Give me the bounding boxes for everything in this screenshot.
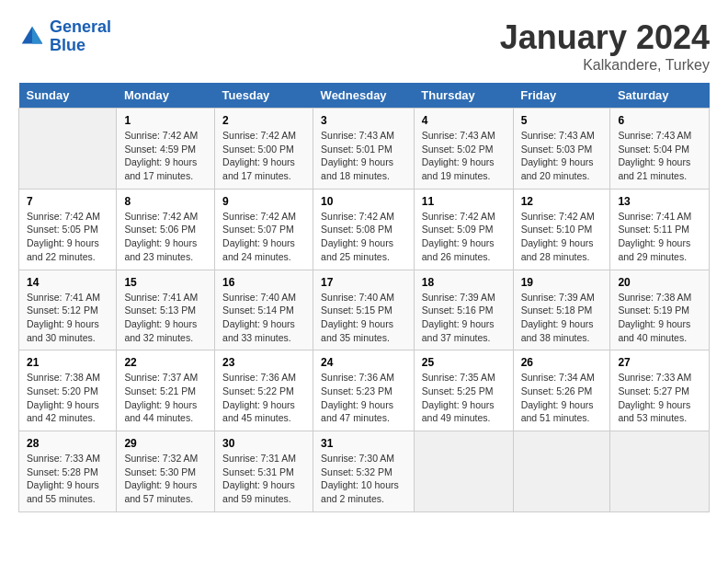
calendar-cell [610,431,710,512]
svg-marker-1 [32,27,42,44]
day-number: 28 [27,437,108,450]
column-header-saturday: Saturday [610,83,710,109]
day-info: Sunrise: 7:42 AM Sunset: 5:10 PM Dayligh… [521,210,603,264]
calendar-cell: 8Sunrise: 7:42 AM Sunset: 5:06 PM Daylig… [117,189,215,270]
calendar-cell: 7Sunrise: 7:42 AM Sunset: 5:05 PM Daylig… [19,189,117,270]
calendar-cell: 23Sunrise: 7:36 AM Sunset: 5:22 PM Dayli… [215,350,313,431]
day-number: 11 [422,195,506,208]
day-info: Sunrise: 7:43 AM Sunset: 5:03 PM Dayligh… [521,129,603,183]
calendar-cell: 31Sunrise: 7:30 AM Sunset: 5:32 PM Dayli… [313,431,415,512]
calendar-cell: 20Sunrise: 7:38 AM Sunset: 5:19 PM Dayli… [610,270,710,350]
day-info: Sunrise: 7:37 AM Sunset: 5:21 PM Dayligh… [124,371,207,425]
calendar-cell [513,431,610,512]
day-number: 4 [422,114,506,127]
calendar-cell: 10Sunrise: 7:42 AM Sunset: 5:08 PM Dayli… [313,189,415,270]
day-info: Sunrise: 7:43 AM Sunset: 5:01 PM Dayligh… [321,129,406,183]
calendar-cell: 24Sunrise: 7:36 AM Sunset: 5:23 PM Dayli… [313,350,415,431]
day-number: 22 [124,356,207,369]
week-row-5: 28Sunrise: 7:33 AM Sunset: 5:28 PM Dayli… [19,431,710,512]
day-info: Sunrise: 7:36 AM Sunset: 5:22 PM Dayligh… [222,371,305,425]
week-row-1: 1Sunrise: 7:42 AM Sunset: 4:59 PM Daylig… [19,109,710,190]
logo-line2: Blue [50,36,85,54]
day-info: Sunrise: 7:39 AM Sunset: 5:16 PM Dayligh… [422,291,506,345]
day-number: 24 [321,356,406,369]
day-number: 9 [222,195,305,208]
day-number: 6 [618,114,701,127]
day-info: Sunrise: 7:42 AM Sunset: 5:05 PM Dayligh… [27,210,108,264]
calendar-cell: 16Sunrise: 7:40 AM Sunset: 5:14 PM Dayli… [215,270,313,350]
header: General Blue January 2024 Kalkandere, Tu… [18,18,710,74]
calendar-cell: 15Sunrise: 7:41 AM Sunset: 5:13 PM Dayli… [117,270,215,350]
calendar-cell: 5Sunrise: 7:43 AM Sunset: 5:03 PM Daylig… [513,109,610,190]
calendar-cell [414,431,513,512]
day-number: 23 [222,356,305,369]
logo-text: General Blue [50,18,111,55]
calendar-cell: 17Sunrise: 7:40 AM Sunset: 5:15 PM Dayli… [313,270,415,350]
day-number: 8 [124,195,207,208]
calendar-cell: 25Sunrise: 7:35 AM Sunset: 5:25 PM Dayli… [414,350,513,431]
calendar-cell [19,109,117,190]
logo-line1: General [50,17,111,36]
day-number: 1 [124,114,207,127]
day-info: Sunrise: 7:40 AM Sunset: 5:15 PM Dayligh… [321,291,406,345]
day-info: Sunrise: 7:33 AM Sunset: 5:27 PM Dayligh… [618,371,701,425]
calendar-cell: 2Sunrise: 7:42 AM Sunset: 5:00 PM Daylig… [215,109,313,190]
day-info: Sunrise: 7:42 AM Sunset: 4:59 PM Dayligh… [124,129,207,183]
day-info: Sunrise: 7:41 AM Sunset: 5:12 PM Dayligh… [27,291,108,345]
calendar-body: 1Sunrise: 7:42 AM Sunset: 4:59 PM Daylig… [19,109,710,512]
day-info: Sunrise: 7:42 AM Sunset: 5:07 PM Dayligh… [222,210,305,264]
calendar-cell: 26Sunrise: 7:34 AM Sunset: 5:26 PM Dayli… [513,350,610,431]
calendar-table: SundayMondayTuesdayWednesdayThursdayFrid… [18,83,710,512]
calendar-cell: 30Sunrise: 7:31 AM Sunset: 5:31 PM Dayli… [215,431,313,512]
week-row-4: 21Sunrise: 7:38 AM Sunset: 5:20 PM Dayli… [19,350,710,431]
column-header-monday: Monday [117,83,215,109]
day-info: Sunrise: 7:31 AM Sunset: 5:31 PM Dayligh… [222,452,305,506]
day-number: 10 [321,195,406,208]
day-number: 12 [521,195,603,208]
column-header-wednesday: Wednesday [313,83,415,109]
calendar-cell: 29Sunrise: 7:32 AM Sunset: 5:30 PM Dayli… [117,431,215,512]
day-info: Sunrise: 7:34 AM Sunset: 5:26 PM Dayligh… [521,371,603,425]
day-info: Sunrise: 7:38 AM Sunset: 5:19 PM Dayligh… [618,291,701,345]
calendar-cell: 6Sunrise: 7:43 AM Sunset: 5:04 PM Daylig… [610,109,710,190]
day-number: 16 [222,276,305,289]
calendar-header: SundayMondayTuesdayWednesdayThursdayFrid… [19,83,710,109]
day-info: Sunrise: 7:32 AM Sunset: 5:30 PM Dayligh… [124,452,207,506]
day-info: Sunrise: 7:36 AM Sunset: 5:23 PM Dayligh… [321,371,406,425]
day-info: Sunrise: 7:42 AM Sunset: 5:00 PM Dayligh… [222,129,305,183]
day-number: 2 [222,114,305,127]
day-number: 26 [521,356,603,369]
calendar-cell: 22Sunrise: 7:37 AM Sunset: 5:21 PM Dayli… [117,350,215,431]
calendar-cell: 18Sunrise: 7:39 AM Sunset: 5:16 PM Dayli… [414,270,513,350]
calendar-cell: 1Sunrise: 7:42 AM Sunset: 4:59 PM Daylig… [117,109,215,190]
day-number: 18 [422,276,506,289]
day-info: Sunrise: 7:43 AM Sunset: 5:04 PM Dayligh… [618,129,701,183]
column-header-tuesday: Tuesday [215,83,313,109]
calendar-cell: 4Sunrise: 7:43 AM Sunset: 5:02 PM Daylig… [414,109,513,190]
logo-icon [18,23,46,51]
calendar-cell: 3Sunrise: 7:43 AM Sunset: 5:01 PM Daylig… [313,109,415,190]
day-number: 27 [618,356,701,369]
column-header-thursday: Thursday [414,83,513,109]
logo: General Blue [18,18,111,55]
day-info: Sunrise: 7:42 AM Sunset: 5:06 PM Dayligh… [124,210,207,264]
day-info: Sunrise: 7:42 AM Sunset: 5:09 PM Dayligh… [422,210,506,264]
day-number: 20 [618,276,701,289]
column-header-sunday: Sunday [19,83,117,109]
day-number: 3 [321,114,406,127]
header-row: SundayMondayTuesdayWednesdayThursdayFrid… [19,83,710,109]
day-number: 31 [321,437,406,450]
calendar-cell: 14Sunrise: 7:41 AM Sunset: 5:12 PM Dayli… [19,270,117,350]
calendar-cell: 11Sunrise: 7:42 AM Sunset: 5:09 PM Dayli… [414,189,513,270]
day-number: 21 [27,356,108,369]
day-info: Sunrise: 7:43 AM Sunset: 5:02 PM Dayligh… [422,129,506,183]
day-number: 17 [321,276,406,289]
day-number: 19 [521,276,603,289]
day-info: Sunrise: 7:33 AM Sunset: 5:28 PM Dayligh… [27,452,108,506]
day-info: Sunrise: 7:40 AM Sunset: 5:14 PM Dayligh… [222,291,305,345]
calendar-cell: 28Sunrise: 7:33 AM Sunset: 5:28 PM Dayli… [19,431,117,512]
day-info: Sunrise: 7:30 AM Sunset: 5:32 PM Dayligh… [321,452,406,506]
day-info: Sunrise: 7:41 AM Sunset: 5:13 PM Dayligh… [124,291,207,345]
day-number: 29 [124,437,207,450]
day-info: Sunrise: 7:41 AM Sunset: 5:11 PM Dayligh… [618,210,701,264]
